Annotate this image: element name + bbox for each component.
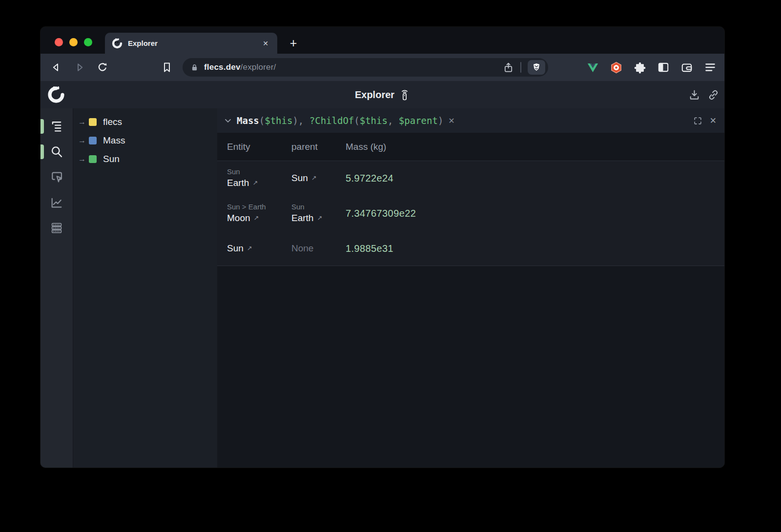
url-bar[interactable]: flecs.dev/explorer/ [183,58,548,77]
entity-link[interactable]: Earth ↗ [227,177,291,189]
mass-value: 1.9885e31 [346,243,724,254]
traffic-lights [55,38,92,46]
tree-view-icon[interactable] [49,119,64,134]
menu-icon[interactable] [703,61,717,74]
query-token: Mass [237,115,259,126]
query-token: $parent [399,115,438,126]
tab-title: Explorer [128,39,261,47]
entity-path: Sun [291,202,346,212]
open-entity-icon[interactable]: ↗ [252,177,258,189]
query-input[interactable]: Mass($this), ?ChildOf($this, $parent) [237,115,443,126]
hexagon-extension-icon[interactable] [610,61,623,74]
tree-item-mass[interactable]: → Mass [73,131,217,150]
table-row: Sun Earth ↗ Sun ↗ 5.9722e24 [217,161,724,195]
query-token: ( [354,115,359,126]
entity-cell: Sun > Earth Moon ↗ [227,198,291,228]
reload-button[interactable] [97,61,108,73]
mass-value: 5.9722e24 [346,173,724,184]
maximize-window-button[interactable] [84,38,92,46]
query-bar: Mass($this), ?ChildOf($this, $parent) ✕ … [217,108,724,133]
table-row: Sun > Earth Moon ↗ Sun Earth ↗ 7.3476 [217,195,724,231]
table-row: Sun ↗ None 1.9885e31 [217,231,724,266]
extensions-puzzle-icon[interactable] [633,61,646,74]
entity-path: Sun [227,167,291,177]
open-entity-icon[interactable]: ↗ [317,212,322,225]
expand-icon[interactable]: → [78,118,89,126]
close-window-button[interactable] [55,38,63,46]
flecs-favicon-icon [112,38,123,49]
open-entity-icon[interactable]: ↗ [311,172,317,184]
query-panel-active-indicator [41,144,44,159]
chevron-down-icon[interactable] [223,116,233,125]
share-icon[interactable] [503,62,514,73]
back-button[interactable] [50,61,62,73]
tree-item-sun[interactable]: → Sun [73,150,217,168]
mass-value: 7.34767309e22 [346,208,724,219]
icon-sidebar [41,108,73,468]
open-entity-icon[interactable]: ↗ [254,212,259,225]
query-panel: Mass($this), ?ChildOf($this, $parent) ✕ … [217,108,724,468]
memory-icon[interactable] [49,221,64,235]
url-path: /explorer/ [241,62,276,72]
entity-link[interactable]: Sun ↗ [227,242,291,255]
sidebar-toggle-icon[interactable] [657,61,670,74]
entity-cell: Sun ↗ [227,238,291,259]
open-entity-icon[interactable]: ↗ [247,242,252,255]
query-clear-icon[interactable]: ✕ [448,116,454,125]
column-header-entity: Entity [227,142,291,152]
extensions-cluster [586,61,717,74]
query-token: ) [438,115,443,126]
entity-path: Sun > Earth [227,202,291,212]
url-domain: flecs.dev [204,62,241,72]
stats-chart-icon[interactable] [49,195,64,210]
toolbar-separator [520,62,521,73]
new-tab-button[interactable]: + [286,36,301,50]
tree-item-label[interactable]: Mass [103,135,125,146]
entity-link[interactable]: Earth ↗ [291,212,346,225]
minimize-window-button[interactable] [69,38,78,46]
expand-icon[interactable]: → [78,155,89,164]
fullscreen-icon[interactable] [693,116,702,125]
query-token: ), [292,115,309,126]
entity-color-swatch [89,118,97,126]
query-token: ( [259,115,265,126]
parent-cell: Sun ↗ [291,168,346,188]
tree-item-label[interactable]: flecs [103,117,122,127]
table-body: Sun Earth ↗ Sun ↗ 5.9722e24 [217,161,724,266]
app-title-area: Explorer [41,88,724,101]
lock-icon [190,63,199,72]
app-header: Explorer [41,81,724,108]
content-area: → flecs → Mass → Sun [41,108,724,468]
tree-panel-active-indicator [41,119,44,134]
bookmark-icon[interactable] [161,61,173,73]
expand-icon[interactable]: → [78,136,89,145]
entity-color-swatch [89,155,97,163]
parent-cell: None [291,239,346,258]
entity-link[interactable]: Sun ↗ [291,172,346,184]
query-token: $this [265,115,292,126]
panel-close-icon[interactable]: ✕ [710,116,717,126]
query-token: , [388,115,399,126]
table-header: Entity parent Mass (kg) [217,133,724,161]
column-header-parent: parent [291,142,346,152]
entity-link[interactable]: Moon ↗ [227,212,291,225]
search-icon[interactable] [49,144,64,159]
browser-toolbar: flecs.dev/explorer/ [41,54,724,81]
wallet-icon[interactable] [680,61,693,74]
brave-shield-icon[interactable] [528,60,545,75]
entity-color-swatch [89,137,97,144]
page-title: Explorer [355,89,394,101]
url-text: flecs.dev/explorer/ [204,62,276,72]
query-token: $this [360,115,388,126]
inspector-icon[interactable] [49,170,64,184]
tab-strip: Explorer ✕ + [41,27,724,54]
tab-close-icon[interactable]: ✕ [261,39,270,48]
browser-tab-explorer[interactable]: Explorer ✕ [105,33,277,54]
tree-item-flecs[interactable]: → flecs [73,113,217,131]
tree-item-label[interactable]: Sun [103,154,120,164]
forward-button[interactable] [74,61,85,73]
vue-devtools-icon[interactable] [586,61,599,74]
column-header-mass: Mass (kg) [346,142,724,152]
remote-connection-icon[interactable] [399,88,410,101]
parent-cell: Sun Earth ↗ [291,198,346,228]
